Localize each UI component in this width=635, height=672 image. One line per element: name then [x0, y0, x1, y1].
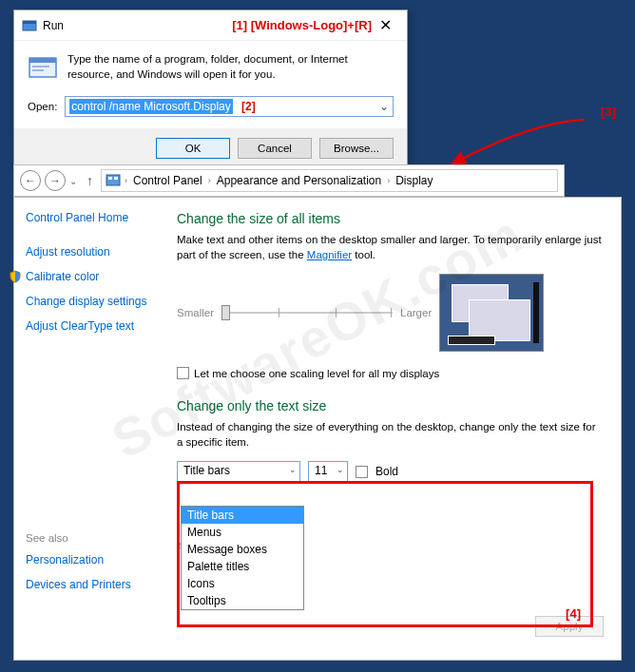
shield-icon: [9, 270, 22, 283]
see-also-heading: See also: [26, 532, 160, 544]
dropdown-option[interactable]: Icons: [182, 575, 303, 592]
cancel-button[interactable]: Cancel: [238, 138, 312, 159]
chevron-down-icon: ⌄: [337, 465, 344, 474]
forward-button[interactable]: →: [45, 170, 66, 191]
heading-text-size: Change only the text size: [177, 398, 604, 413]
bold-checkbox[interactable]: [356, 466, 368, 478]
svg-rect-4: [32, 66, 49, 67]
chevron-down-icon[interactable]: ⌄: [377, 99, 391, 114]
display-control-panel: Control Panel Home Adjust resolution Cal…: [13, 197, 622, 661]
chevron-right-icon: ›: [206, 176, 213, 185]
see-also-devices[interactable]: Devices and Printers: [26, 578, 160, 591]
scaling-checkbox-label: Let me choose one scaling level for all …: [194, 368, 439, 379]
annotation-2: [2]: [241, 100, 256, 113]
sidebar-change-display[interactable]: Change display settings: [26, 295, 160, 308]
magnifier-link[interactable]: Magnifier: [307, 249, 352, 260]
back-button[interactable]: ←: [20, 170, 41, 191]
run-button-row: OK Cancel Browse...: [14, 128, 407, 168]
svg-rect-5: [32, 69, 44, 71]
size-combobox[interactable]: 11 ⌄: [308, 461, 348, 482]
svg-rect-6: [106, 175, 120, 185]
close-icon[interactable]: ✕: [372, 16, 399, 34]
breadcrumb-seg-1[interactable]: Control Panel: [131, 174, 204, 187]
chevron-right-icon: ›: [385, 176, 392, 185]
bold-label: Bold: [375, 465, 398, 478]
run-dialog: Run [1] [Windows-Logo]+[R] ✕ Type the na…: [13, 10, 408, 169]
main-content: Change the size of all items Make text a…: [171, 198, 621, 660]
breadcrumb-path[interactable]: › Control Panel › Appearance and Persona…: [101, 169, 558, 192]
svg-rect-8: [114, 177, 118, 180]
annotation-1: [1] [Windows-Logo]+[R]: [232, 18, 372, 32]
control-panel-icon: [106, 173, 121, 188]
dropdown-option[interactable]: Message boxes: [182, 541, 303, 558]
history-chevron-icon[interactable]: ⌄: [69, 176, 79, 186]
dropdown-option[interactable]: Tooltips: [182, 592, 303, 609]
open-label: Open:: [28, 101, 57, 112]
heading-size-all: Change the size of all items: [177, 211, 604, 226]
description-1: Make text and other items on the desktop…: [177, 232, 604, 262]
breadcrumb-seg-3[interactable]: Display: [394, 174, 434, 187]
sidebar: Control Panel Home Adjust resolution Cal…: [14, 198, 171, 660]
dropdown-option[interactable]: Palette titles: [182, 558, 303, 575]
dropdown-option[interactable]: Title bars: [182, 507, 303, 524]
run-icon: [22, 18, 37, 33]
annotation-3: [3]: [601, 105, 616, 119]
dropdown-option[interactable]: Menus: [182, 524, 303, 541]
svg-rect-7: [108, 177, 112, 180]
combobox-value: 11: [315, 464, 327, 477]
scaling-checkbox[interactable]: [177, 367, 189, 379]
breadcrumb-seg-2[interactable]: Appearance and Personalization: [215, 174, 383, 187]
ok-button[interactable]: OK: [156, 138, 230, 159]
combobox-value: Title bars: [183, 464, 230, 477]
description-2: Instead of changing the size of everythi…: [177, 419, 604, 450]
control-panel-home-link[interactable]: Control Panel Home: [26, 211, 160, 224]
run-titlebar: Run [1] [Windows-Logo]+[R] ✕: [14, 10, 407, 41]
up-button[interactable]: ↑: [83, 173, 97, 188]
larger-label: Larger: [400, 307, 432, 318]
item-dropdown-list[interactable]: Title bars Menus Message boxes Palette t…: [181, 506, 304, 610]
run-title: Run: [43, 19, 203, 32]
apply-button[interactable]: Apply: [535, 616, 604, 637]
sidebar-adjust-resolution[interactable]: Adjust resolution: [26, 245, 160, 259]
sidebar-cleartype[interactable]: Adjust ClearType text: [26, 319, 160, 333]
smaller-label: Smaller: [177, 307, 214, 318]
chevron-right-icon: ›: [123, 176, 129, 185]
sidebar-calibrate-color[interactable]: Calibrate color: [9, 270, 160, 283]
chevron-down-icon: ⌄: [289, 465, 297, 474]
open-input-text: control /name Microsoft.Display: [69, 99, 232, 114]
svg-rect-1: [23, 21, 36, 24]
breadcrumb-bar: ← → ⌄ ↑ › Control Panel › Appearance and…: [13, 164, 565, 197]
preview-thumbnail: [439, 274, 544, 352]
browse-button[interactable]: Browse...: [319, 138, 394, 159]
sidebar-item-label: Calibrate color: [26, 270, 99, 283]
open-input[interactable]: control /name Microsoft.Display [2] ⌄: [65, 96, 394, 117]
size-slider[interactable]: [221, 303, 393, 322]
run-description: Type the name of a program, folder, docu…: [67, 52, 394, 83]
run-body-icon: [28, 52, 58, 83]
item-combobox[interactable]: Title bars ⌄: [177, 461, 300, 482]
see-also-personalization[interactable]: Personalization: [26, 553, 160, 566]
svg-rect-3: [29, 58, 56, 63]
